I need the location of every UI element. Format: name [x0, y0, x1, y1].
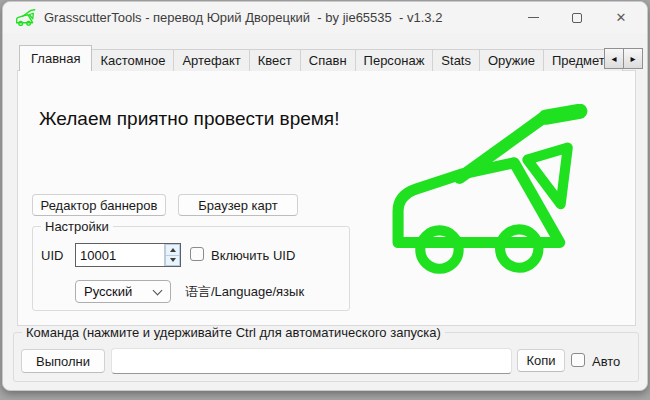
minimize-icon: [528, 17, 539, 18]
close-button[interactable]: ✕: [599, 2, 643, 33]
window-title: GrasscutterTools - перевод Юрий Дворецки…: [44, 10, 442, 25]
tab-artifact[interactable]: Артефакт: [173, 49, 249, 71]
close-icon: ✕: [616, 11, 627, 24]
auto-label: Авто: [592, 354, 620, 369]
uid-spin-up-button[interactable]: [165, 244, 180, 255]
uid-input[interactable]: [76, 244, 164, 266]
language-label: 语言/Language/язык: [185, 283, 304, 301]
tab-character[interactable]: Персонаж: [355, 49, 434, 71]
copy-button[interactable]: Копи: [517, 349, 565, 372]
tab-spawn[interactable]: Спавн: [300, 49, 356, 71]
main-tab-page: Желаем приятно провести время! Редактор …: [17, 70, 636, 326]
settings-group: Настройки UID Включить UID: [32, 226, 350, 311]
grasscutter-logo: [392, 104, 594, 276]
settings-group-title: Настройки: [41, 219, 113, 234]
uid-spinner: [164, 244, 180, 266]
command-input[interactable]: [111, 348, 512, 374]
maximize-icon: [572, 13, 582, 23]
tab-scroll-right-button[interactable]: ▸: [623, 48, 643, 69]
app-window: GrasscutterTools - перевод Юрий Дворецки…: [2, 1, 648, 391]
spin-down-icon: [170, 258, 176, 262]
arrow-right-icon: ▸: [630, 53, 635, 64]
uid-label: UID: [41, 248, 63, 263]
tab-main[interactable]: Главная: [19, 45, 92, 71]
tab-bar: Главная Кастомное Артефакт Квест Спавн П…: [19, 45, 623, 71]
banner-editor-button[interactable]: Редактор баннеров: [32, 194, 166, 216]
tab-quest[interactable]: Квест: [249, 49, 301, 71]
maximize-button[interactable]: [555, 2, 599, 33]
tab-custom[interactable]: Кастомное: [91, 49, 174, 71]
chevron-down-icon: [153, 286, 163, 296]
command-group: Команда (нажмите и удерживайте Ctrl для …: [13, 332, 639, 382]
language-select[interactable]: Русский: [75, 280, 171, 303]
enable-uid-label: Включить UID: [211, 248, 295, 263]
tab-stats[interactable]: Stats: [432, 49, 480, 71]
enable-uid-checkbox[interactable]: [190, 247, 204, 261]
welcome-text: Желаем приятно провести время!: [39, 108, 339, 130]
auto-checkbox[interactable]: [571, 353, 585, 367]
language-selected-value: Русский: [84, 284, 132, 299]
uid-spinbox: [75, 243, 181, 267]
app-logo-icon: [16, 9, 36, 26]
tab-scroll-buttons: ◂ ▸: [605, 48, 643, 69]
map-browser-button[interactable]: Браузер карт: [178, 194, 298, 216]
tab-weapon[interactable]: Оружие: [479, 49, 544, 71]
minimize-button[interactable]: [511, 2, 555, 33]
spin-up-icon: [170, 248, 176, 252]
desktop-background: GrasscutterTools - перевод Юрий Дворецки…: [0, 0, 650, 400]
arrow-left-icon: ◂: [611, 53, 616, 64]
run-command-button[interactable]: Выполни: [21, 349, 105, 373]
command-group-title: Команда (нажмите и удерживайте Ctrl для …: [22, 325, 445, 340]
title-bar[interactable]: GrasscutterTools - перевод Юрий Дворецки…: [3, 2, 647, 33]
window-controls: ✕: [511, 2, 643, 33]
tab-scroll-left-button[interactable]: ◂: [604, 48, 624, 69]
uid-spin-down-button[interactable]: [165, 255, 180, 267]
